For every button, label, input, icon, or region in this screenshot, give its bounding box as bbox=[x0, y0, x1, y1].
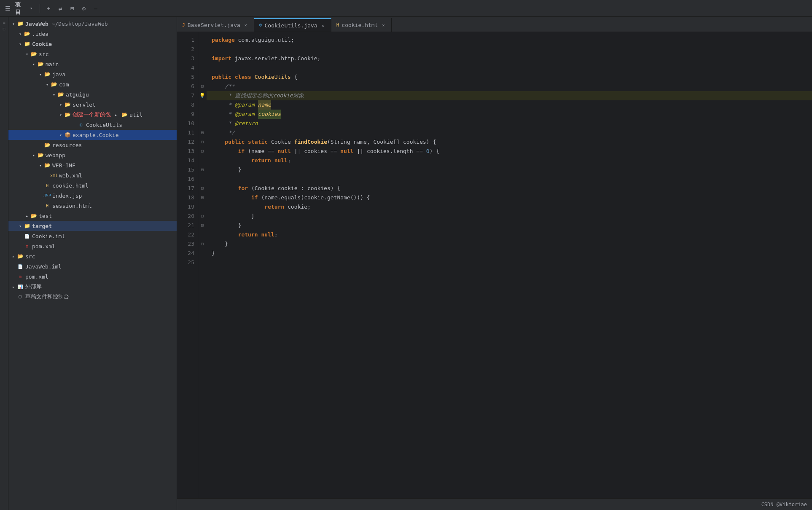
tab-close-cookieutils[interactable]: ✕ bbox=[320, 22, 326, 28]
tree-item-javaweb[interactable]: 📁 JavaWeb ~/Desktop/JavaWeb bbox=[8, 19, 177, 29]
tab-icon-cookiehtml: H bbox=[336, 22, 339, 28]
arrow-servlet[interactable] bbox=[57, 101, 64, 108]
code-line-19: return cookie; bbox=[207, 202, 812, 212]
tab-cookieutils[interactable]: © CookieUtils.java ✕ bbox=[254, 18, 331, 32]
separator bbox=[40, 4, 40, 13]
tree-item-example-cookie[interactable]: 📦 example.Cookie bbox=[8, 130, 177, 140]
code-line-21: } bbox=[207, 221, 812, 230]
indent-10 bbox=[212, 119, 228, 128]
arrow-cookie[interactable] bbox=[17, 40, 24, 47]
gutter-21[interactable]: ⊟ bbox=[198, 221, 207, 230]
tab-close-cookiehtml[interactable]: ✕ bbox=[380, 22, 386, 28]
tree-item-cookie[interactable]: 📁 Cookie bbox=[8, 39, 177, 49]
tree-item-com[interactable]: 📂 com bbox=[8, 79, 177, 89]
side-icon-2[interactable]: ⊞ bbox=[3, 27, 5, 31]
hide-icon[interactable]: — bbox=[91, 4, 100, 13]
code-line-8: * @param name bbox=[207, 100, 812, 110]
add-icon[interactable]: + bbox=[44, 4, 53, 13]
tree-item-target[interactable]: 📁 target bbox=[8, 221, 177, 231]
tree-container[interactable]: 📁 JavaWeb ~/Desktop/JavaWeb 📂 .idea 📁 Co… bbox=[8, 17, 177, 510]
tree-item-scratch[interactable]: ⏱ 草稿文件和控制台 bbox=[8, 292, 177, 302]
label-java: java bbox=[52, 71, 175, 78]
arrow-pomxml-cookie bbox=[17, 243, 24, 250]
sync-icon[interactable]: ⇄ bbox=[56, 4, 65, 13]
gutter-23[interactable]: ⊟ bbox=[198, 239, 207, 249]
tree-item-atguigu[interactable]: 📂 atguigu bbox=[8, 89, 177, 99]
arrow-example[interactable] bbox=[57, 132, 64, 138]
tree-item-webinf[interactable]: 📂 WEB-INF bbox=[8, 160, 177, 170]
tree-item-test[interactable]: 📂 test bbox=[8, 211, 177, 221]
tree-item-main[interactable]: 📂 main bbox=[8, 59, 177, 69]
tree-item-cookiehtml[interactable]: H cookie.html bbox=[8, 180, 177, 191]
arrow-idea[interactable] bbox=[17, 30, 24, 37]
tab-cookiehtml[interactable]: H cookie.html ✕ bbox=[331, 18, 392, 32]
arrow-main[interactable] bbox=[30, 61, 37, 67]
tree-item-pomxml-cookie[interactable]: m pom.xml bbox=[8, 241, 177, 251]
folder-icon-com: 📂 bbox=[51, 81, 57, 88]
create-package-label: 创建一个新的包 bbox=[73, 111, 111, 118]
side-icon-1[interactable]: ≡ bbox=[3, 20, 5, 25]
tree-item-cookieutils[interactable]: © CookieUtils bbox=[8, 120, 177, 130]
tree-item-src-root[interactable]: 📂 src bbox=[8, 251, 177, 261]
tree-item-indexjsp[interactable]: JSP index.jsp bbox=[8, 191, 177, 201]
tree-item-resources[interactable]: 📂 resources bbox=[8, 140, 177, 150]
gutter-15[interactable]: ⊟ bbox=[198, 165, 207, 174]
tab-close-baseservlet[interactable]: ✕ bbox=[243, 22, 249, 28]
arrow-util2[interactable] bbox=[113, 111, 119, 118]
folder-icon-src-root: 📂 bbox=[17, 253, 24, 260]
gutter-13[interactable]: ⊟ bbox=[198, 147, 207, 156]
tab-baseservlet[interactable]: J BaseServlet.java ✕ bbox=[177, 18, 254, 32]
arrow-sessionhtml bbox=[37, 202, 44, 209]
kw-import: import bbox=[212, 54, 231, 63]
arrow-util[interactable] bbox=[57, 111, 64, 118]
menu-icon[interactable]: ☰ bbox=[3, 4, 12, 13]
arrow-com[interactable] bbox=[44, 81, 51, 88]
settings-icon[interactable]: ⚙ bbox=[80, 4, 88, 13]
tree-item-java[interactable]: 📂 java bbox=[8, 69, 177, 79]
chevron-down-icon[interactable]: ▾ bbox=[27, 4, 35, 13]
tree-item-webapp[interactable]: 📂 webapp bbox=[8, 150, 177, 160]
tree-item-src[interactable]: 📂 src bbox=[8, 49, 177, 59]
gutter-6[interactable]: ⊟ bbox=[198, 82, 207, 91]
ln-21: 21 bbox=[177, 221, 194, 230]
arrow-webapp[interactable] bbox=[30, 152, 37, 158]
kw-for: for bbox=[238, 184, 248, 193]
arrow-webinf[interactable] bbox=[37, 162, 44, 169]
tree-item-idea[interactable]: 📂 .idea bbox=[8, 29, 177, 39]
tree-item-javawebiml[interactable]: 📄 JavaWeb.iml bbox=[8, 261, 177, 271]
semi-14: ; bbox=[288, 156, 291, 165]
tree-item-sessionhtml[interactable]: H session.html bbox=[8, 201, 177, 211]
arrow-java[interactable] bbox=[37, 71, 44, 78]
maven-icon-pomxml-cookie: m bbox=[24, 243, 30, 250]
arrow-javaweb[interactable] bbox=[10, 20, 17, 27]
ln-13: 13 bbox=[177, 147, 194, 156]
tree-item-servlet[interactable]: 📂 servlet bbox=[8, 99, 177, 110]
arrow-src[interactable] bbox=[24, 51, 30, 57]
gutter-17[interactable]: ⊟ bbox=[198, 184, 207, 193]
arrow-test[interactable] bbox=[24, 212, 30, 219]
cls-name: CookieUtils bbox=[255, 72, 291, 82]
label-src-root: src bbox=[25, 253, 175, 260]
arrow-src-root[interactable] bbox=[10, 253, 17, 260]
label-pomxml-root: pom.xml bbox=[25, 274, 175, 280]
tree-item-cookieiml[interactable]: 📄 Cookie.iml bbox=[8, 231, 177, 241]
gutter-20[interactable]: ⊟ bbox=[198, 212, 207, 221]
arrow-atguigu[interactable] bbox=[51, 91, 57, 98]
gutter-7-lamp[interactable]: 💡 bbox=[198, 91, 207, 100]
code-line-15: } bbox=[207, 165, 812, 174]
collapse-icon[interactable]: ⊟ bbox=[68, 4, 76, 13]
arrow-target[interactable] bbox=[17, 223, 24, 229]
kw-public-12: public bbox=[225, 137, 245, 147]
gutter-11[interactable]: ⊟ bbox=[198, 128, 207, 137]
kw-null-14: null bbox=[274, 156, 288, 165]
gutter-18[interactable]: ⊟ bbox=[198, 193, 207, 202]
gutter-12[interactable]: ⊟ bbox=[198, 137, 207, 147]
tree-item-webxml[interactable]: xml web.xml bbox=[8, 170, 177, 180]
tree-item-util[interactable]: 📂 创建一个新的包 📂 util bbox=[8, 110, 177, 120]
folder-icon-cookie: 📁 bbox=[24, 40, 30, 47]
ln-22: 22 bbox=[177, 230, 194, 239]
tree-item-libs[interactable]: 📊 外部库 bbox=[8, 282, 177, 292]
arrow-libs[interactable] bbox=[10, 283, 17, 290]
code-content[interactable]: package com.atguigu.util; import javax.s… bbox=[207, 32, 812, 498]
tree-item-pomxml-root[interactable]: m pom.xml bbox=[8, 271, 177, 282]
